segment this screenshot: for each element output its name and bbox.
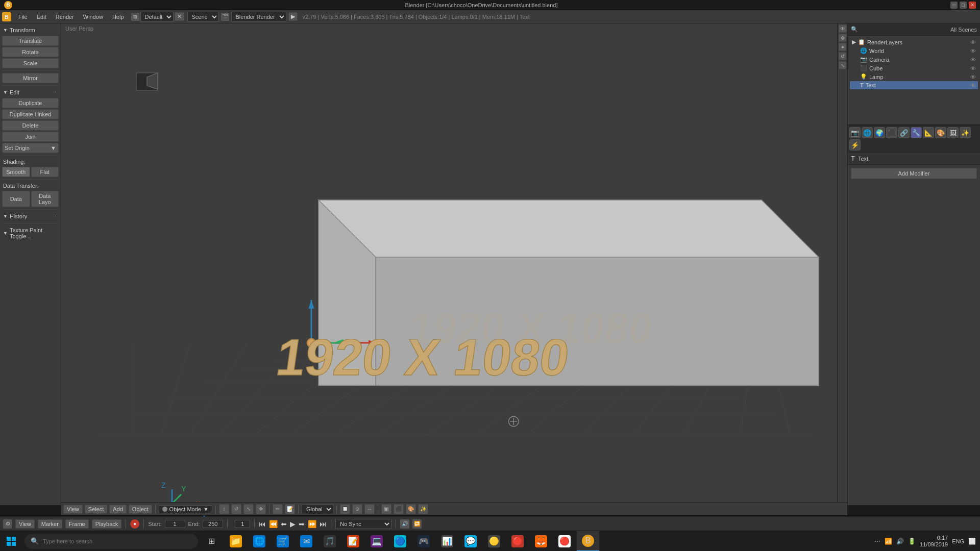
media-app[interactable]: 🎵 [318,531,341,552]
record-btn[interactable]: ● [130,519,139,529]
object-menu-btn[interactable]: Object [129,505,152,514]
scale-tool-icon[interactable]: ⤡ [243,504,254,514]
renderlayers-eye[interactable]: 👁 [970,39,976,45]
menu-window[interactable]: Window [79,13,107,21]
jump-start-btn[interactable]: ⏮ [259,520,266,528]
minimize-button[interactable]: ─ [950,2,958,9]
search-bar[interactable]: 🔍 [24,534,198,549]
select-icon[interactable]: ✥ [839,34,847,42]
current-frame-input[interactable]: 1 [235,520,250,528]
props-tab-constraint[interactable]: 🔗 [898,127,910,138]
edge-app[interactable]: 🌐 [248,531,271,552]
props-tab-texture[interactable]: 🖼 [947,127,959,138]
transform-section[interactable]: ▼ Transform [2,26,59,35]
outliner-item-world[interactable]: 🌐 World 👁 [850,46,978,55]
workspace-select[interactable]: Default [140,12,174,22]
texture-paint-section[interactable]: ▼ Texture Paint Toggle... [2,226,59,241]
smooth-btn[interactable]: Smooth [2,167,30,177]
data-layo-btn[interactable]: Data Layo [31,191,59,207]
rotate-tool-icon[interactable]: ↺ [231,504,241,514]
outliner-item-text[interactable]: T Text 👁 [850,81,978,89]
transform-tool-icon[interactable]: ✥ [256,504,266,514]
scene-select[interactable]: Scene [187,12,219,22]
edit-section[interactable]: ▼ Edit ⋯ [2,88,59,97]
set-origin-btn[interactable]: Set Origin ▼ [2,143,59,153]
tray-volume[interactable]: 🔊 [896,538,904,545]
outliner-item-camera[interactable]: 📷 Camera 👁 [850,55,978,64]
props-tab-physics[interactable]: ⚡ [849,139,861,151]
solid-icon[interactable]: ⬛ [394,504,404,514]
view-icon[interactable]: 👁 [839,24,847,33]
explorer-app[interactable]: 📁 [225,531,247,552]
audio-icon[interactable]: 🔊 [400,519,409,529]
render-button[interactable]: ▶ [288,12,298,21]
firefox-app[interactable]: 🦊 [530,531,552,552]
mirror-btn[interactable]: Mirror [2,73,59,83]
lamp-eye[interactable]: 👁 [970,74,976,80]
playback-btn[interactable]: Playback [92,519,122,529]
tray-chevron[interactable]: ⋯ [874,538,880,545]
pivot-select[interactable]: Global Local [302,504,333,514]
props-tab-render[interactable]: 📷 [849,127,861,138]
duplicate-btn[interactable]: Duplicate [2,98,59,108]
menu-file[interactable]: File [14,13,32,21]
tray-battery[interactable]: 🔋 [908,538,916,545]
translate-btn[interactable]: Translate [2,36,59,46]
world-eye[interactable]: 👁 [970,48,976,54]
history-section[interactable]: ▼ History ⋯ [2,212,59,221]
outliner-item-lamp[interactable]: 💡 Lamp 👁 [850,72,978,81]
prev-keyframe-btn[interactable]: ⬅ [281,520,287,528]
scale-btn[interactable]: Scale [2,58,59,68]
end-frame-input[interactable]: 250 [203,520,223,528]
vs-app[interactable]: 💻 [365,531,388,552]
app7[interactable]: 🔵 [389,531,411,552]
outliner-item-cube[interactable]: ⬛ Cube 👁 [850,64,978,72]
outliner-item-renderlayers[interactable]: ▶ 📋 RenderLayers 👁 [850,38,978,46]
rotate-icon[interactable]: ↺ [839,52,847,60]
props-tab-particle[interactable]: ✨ [960,127,971,138]
start-frame-input[interactable]: 1 [165,520,185,528]
props-tab-scene[interactable]: 🌐 [862,127,873,138]
draw-tool-icon[interactable]: ✏ [273,504,283,514]
wireframe-icon[interactable]: ▣ [381,504,391,514]
viewport[interactable]: User Persp [61,23,847,505]
marker-btn[interactable]: Marker [38,519,62,529]
store-app[interactable]: 🛒 [272,531,294,552]
translate-tool-icon[interactable]: ↕ [219,504,229,514]
add-menu-btn[interactable]: Add [109,505,127,514]
props-tab-object[interactable]: ⬛ [886,127,897,138]
start-button[interactable] [0,531,22,552]
workspace-close-btn[interactable]: ✕ [175,12,184,21]
close-button[interactable]: ✕ [969,2,976,9]
view-menu-btn[interactable]: View [63,505,83,514]
scale-icon[interactable]: ⤡ [839,61,847,69]
duplicate-linked-btn[interactable]: Duplicate Linked [2,109,59,119]
tray-network[interactable]: 📶 [885,538,892,545]
play-btn[interactable]: ▶ [290,520,296,528]
language-indicator[interactable]: ENG [952,538,964,544]
flat-btn[interactable]: Flat [31,167,59,177]
move-icon[interactable]: ✦ [839,43,847,51]
maximize-button[interactable]: □ [960,2,967,9]
blender-taskbar-app[interactable]: B [577,531,599,552]
jump-end-btn[interactable]: ⏭ [320,520,327,528]
steam-app[interactable]: 🎮 [412,531,435,552]
action-center-icon[interactable]: ⬜ [968,538,976,545]
mail-app[interactable]: ✉ [295,531,317,552]
menu-render[interactable]: Render [52,13,78,21]
text-eye[interactable]: 👁 [970,82,976,88]
app11[interactable]: 🟡 [483,531,505,552]
add-modifier-btn[interactable]: Add Modifier [851,168,977,179]
data-btn[interactable]: Data [2,191,30,207]
camera-eye[interactable]: 👁 [970,57,976,63]
timeline-settings-icon[interactable]: ⚙ [3,519,12,529]
office-app[interactable]: 📝 [342,531,364,552]
next-frame-btn[interactable]: ⏩ [308,520,316,528]
clock-area[interactable]: 0:17 11/09/2019 [920,535,948,547]
proportional-edit-icon[interactable]: ⊙ [352,504,362,514]
props-tab-material[interactable]: 🎨 [935,127,946,138]
mirror-x-icon[interactable]: ↔ [364,504,375,514]
chrome-app[interactable]: 🔴 [553,531,576,552]
app12[interactable]: 🔴 [506,531,529,552]
snap-icon[interactable]: 🔲 [340,504,350,514]
